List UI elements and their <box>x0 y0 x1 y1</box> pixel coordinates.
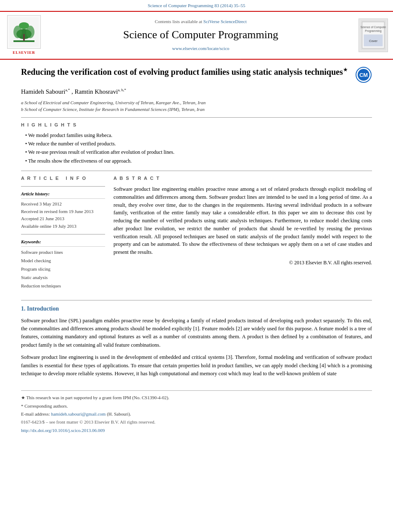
article-info-label: A R T I C L E I N F O <box>21 175 105 182</box>
journal-name: Science of Computer Programming <box>47 27 354 43</box>
footnote-corr: * Corresponding authors. <box>21 403 372 410</box>
crossmark-logo: CM <box>355 66 372 83</box>
affiliations-block: a School of Electrical and Computer Engi… <box>21 99 372 113</box>
keyword-4: Static analysis <box>21 274 105 282</box>
svg-text:CM: CM <box>359 72 368 78</box>
abstract-label: A B S T R A C T <box>113 175 372 182</box>
highlight-item-3: We re-use previous result of verificatio… <box>25 149 372 156</box>
highlight-item-4: The results show the effectiveness of ou… <box>25 158 372 165</box>
highlights-section: H I G H L I G H T S We model product fam… <box>21 122 372 165</box>
info-abstract-columns: A R T I C L E I N F O Article history: R… <box>21 175 372 294</box>
keyword-3: Program slicing <box>21 265 105 274</box>
citation-bar: Science of Computer Programming 83 (2014… <box>0 0 393 11</box>
available-date: Available online 19 July 2013 <box>21 223 105 230</box>
intro-para-1: Software product line (SPL) paradigm ena… <box>21 317 372 350</box>
highlights-label: H I G H L I G H T S <box>21 122 372 129</box>
article-title-text: Reducing the verification cost of evolvi… <box>21 66 351 77</box>
abstract-text: Software product line engineering enable… <box>113 185 372 266</box>
issn-line: 0167-6423/$ – see front matter © 2013 El… <box>21 419 372 426</box>
footnote-email: E-mail address: hamideh.sabouri@gmail.co… <box>21 411 372 418</box>
main-content: Reducing the verification cost of evolvi… <box>0 60 393 447</box>
affil-b: b School of Computer Science, Institute … <box>21 106 372 113</box>
abstract-column: A B S T R A C T Software product line en… <box>113 175 372 294</box>
revised-date: Received in revised form 19 June 2013 <box>21 208 105 216</box>
highlight-item-2: We reduce the number of verified product… <box>25 140 372 147</box>
elsevier-logo-image <box>7 15 41 49</box>
elsevier-wordmark: ELSEVIER <box>13 50 35 55</box>
doi-line[interactable]: http://dx.doi.org/10.1016/j.scico.2013.0… <box>21 427 372 434</box>
citation-text: Science of Computer Programming 83 (2014… <box>148 3 245 8</box>
article-info-column: A R T I C L E I N F O Article history: R… <box>21 175 105 294</box>
intro-para-2: Software product line engineering is use… <box>21 353 372 378</box>
sciverse-link[interactable]: SciVerse ScienceDirect <box>203 19 247 24</box>
elsevier-logo-block: ELSEVIER <box>5 15 43 55</box>
highlights-list: We model product families using Rebeca. … <box>21 132 372 165</box>
highlight-item-1: We model product families using Rebeca. <box>25 132 372 139</box>
svg-text:Science of Computer: Science of Computer <box>361 26 386 29</box>
svg-point-6 <box>19 22 29 29</box>
keywords-section: Keywords: Software product lines Model c… <box>21 239 105 290</box>
journal-cover-thumbnail: Science of Computer Programming Cover <box>359 18 388 52</box>
keywords-label: Keywords: <box>21 239 105 247</box>
journal-header: ELSEVIER Contents lists available at Sci… <box>0 11 393 60</box>
email-link[interactable]: hamideh.sabouri@gmail.com <box>51 411 106 416</box>
contents-line: Contents lists available at SciVerse Sci… <box>47 18 354 25</box>
received-date: Received 3 May 2012 <box>21 200 105 208</box>
abstract-copyright: © 2013 Elsevier B.V. All rights reserved… <box>113 259 372 266</box>
keyword-2: Model checking <box>21 257 105 265</box>
authors-line: Hamideh Sabouria,* , Ramtin Khosravia, b… <box>21 87 372 97</box>
footnote-area: ★ This research was in part supported by… <box>21 390 372 434</box>
article-history: Article history: Received 3 May 2012 Rec… <box>21 191 105 230</box>
keywords-divider <box>21 234 105 234</box>
history-label: Article history: <box>21 191 105 199</box>
footnote-star: ★ This research was in part supported by… <box>21 394 372 401</box>
intro-heading: 1. Introduction <box>21 305 372 313</box>
keyword-5: Reduction techniques <box>21 282 105 290</box>
article-title-block: Reducing the verification cost of evolvi… <box>21 66 372 83</box>
accepted-date: Accepted 21 June 2013 <box>21 215 105 223</box>
info-divider <box>21 186 105 187</box>
svg-text:Programming: Programming <box>365 30 382 33</box>
svg-text:Cover: Cover <box>369 39 378 43</box>
divider-1 <box>21 117 372 118</box>
keyword-1: Software product lines <box>21 248 105 257</box>
svg-rect-5 <box>23 34 25 41</box>
affil-a: a School of Electrical and Computer Engi… <box>21 99 372 106</box>
divider-2 <box>21 171 372 171</box>
divider-3 <box>21 300 372 300</box>
journal-url[interactable]: www.elsevier.com/locate/scico <box>47 45 354 52</box>
introduction-section: 1. Introduction Software product line (S… <box>21 305 372 378</box>
journal-title-block: Contents lists available at SciVerse Sci… <box>47 18 354 52</box>
